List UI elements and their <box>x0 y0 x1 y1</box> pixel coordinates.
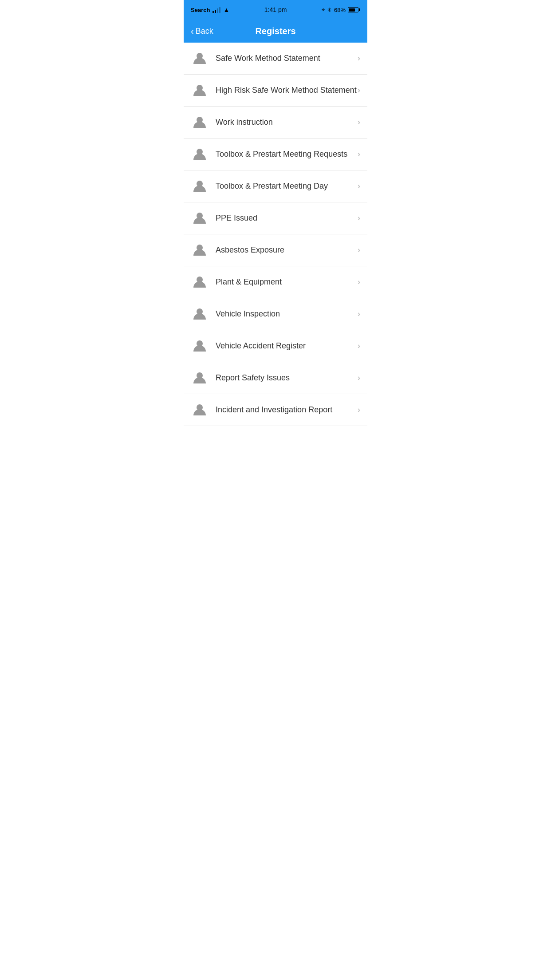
person-icon <box>191 401 209 419</box>
list-item-label: Vehicle Accident Register <box>216 341 358 351</box>
page-title: Registers <box>255 26 295 36</box>
list-item[interactable]: Plant & Equipment › <box>184 266 367 298</box>
person-icon <box>191 337 209 355</box>
bluetooth-icon: ✳ <box>327 7 332 13</box>
list-item[interactable]: High Risk Safe Work Method Statement › <box>184 75 367 107</box>
list-item-label: High Risk Safe Work Method Statement <box>216 86 358 95</box>
chevron-right-icon: › <box>358 54 360 63</box>
back-button[interactable]: ‹ Back <box>191 27 213 36</box>
location-icon: ⌖ <box>322 6 325 13</box>
person-icon <box>191 209 209 227</box>
list-item[interactable]: Asbestos Exposure › <box>184 234 367 266</box>
list-item-label: Toolbox & Prestart Meeting Requests <box>216 150 358 159</box>
status-time: 1:41 pm <box>264 6 287 13</box>
chevron-right-icon: › <box>358 213 360 223</box>
person-icon <box>191 146 209 163</box>
battery-percent: 68% <box>334 7 346 13</box>
chevron-right-icon: › <box>358 373 360 383</box>
list-item-label: PPE Issued <box>216 213 358 223</box>
chevron-right-icon: › <box>358 277 360 287</box>
back-label: Back <box>196 27 213 36</box>
person-icon <box>191 273 209 291</box>
chevron-right-icon: › <box>358 150 360 159</box>
person-icon <box>191 241 209 259</box>
person-icon <box>191 178 209 195</box>
list-item[interactable]: Work instruction › <box>184 107 367 138</box>
status-left: Search ▲ <box>191 6 229 13</box>
registers-list: Safe Work Method Statement › High Risk S… <box>184 43 367 426</box>
list-item[interactable]: PPE Issued › <box>184 202 367 234</box>
chevron-right-icon: › <box>358 182 360 191</box>
chevron-right-icon: › <box>358 118 360 127</box>
list-item-label: Asbestos Exposure <box>216 245 358 255</box>
person-icon <box>191 305 209 323</box>
chevron-right-icon: › <box>358 86 360 95</box>
chevron-right-icon: › <box>358 405 360 415</box>
list-item[interactable]: Toolbox & Prestart Meeting Requests › <box>184 138 367 170</box>
status-right: ⌖ ✳ 68% <box>322 6 360 13</box>
nav-bar: ‹ Back Registers <box>184 20 367 43</box>
list-item[interactable]: Incident and Investigation Report › <box>184 394 367 426</box>
list-item-label: Toolbox & Prestart Meeting Day <box>216 182 358 191</box>
list-item-label: Vehicle Inspection <box>216 309 358 319</box>
app-name: Search <box>191 7 210 13</box>
chevron-right-icon: › <box>358 245 360 255</box>
chevron-right-icon: › <box>358 341 360 351</box>
battery-icon <box>348 7 360 12</box>
person-icon <box>191 114 209 131</box>
list-item[interactable]: Vehicle Accident Register › <box>184 330 367 362</box>
list-item[interactable]: Toolbox & Prestart Meeting Day › <box>184 170 367 202</box>
back-arrow-icon: ‹ <box>191 27 194 36</box>
list-item[interactable]: Safe Work Method Statement › <box>184 43 367 75</box>
wifi-icon: ▲ <box>223 6 229 13</box>
list-item-label: Incident and Investigation Report <box>216 405 358 415</box>
list-item[interactable]: Vehicle Inspection › <box>184 298 367 330</box>
list-item-label: Plant & Equipment <box>216 277 358 287</box>
person-icon <box>191 50 209 67</box>
person-icon <box>191 82 209 99</box>
chevron-right-icon: › <box>358 309 360 319</box>
list-item-label: Report Safety Issues <box>216 373 358 383</box>
list-item[interactable]: Report Safety Issues › <box>184 362 367 394</box>
list-item-label: Work instruction <box>216 118 358 127</box>
status-bar: Search ▲ 1:41 pm ⌖ ✳ 68% <box>184 0 367 20</box>
person-icon <box>191 369 209 387</box>
signal-bars-icon <box>213 7 220 13</box>
list-item-label: Safe Work Method Statement <box>216 54 358 63</box>
